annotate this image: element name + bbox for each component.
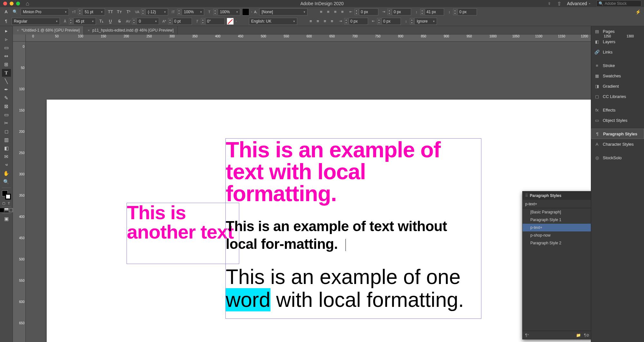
paragraph-style-item[interactable]: p-shop-now [523,231,591,239]
zoom-tool[interactable]: 🔍 [2,178,11,186]
subscript-icon[interactable]: T₁ [98,18,105,25]
kerning-stepper[interactable]: ▴▾ [141,9,145,15]
panel-header[interactable]: ⠿ Paragraph Styles » ≡ [523,191,591,200]
scissors-tool[interactable]: ✂ [2,119,11,127]
fill-stroke-chips[interactable] [2,191,11,200]
learn-icon[interactable]: ♀ [547,1,551,6]
dock-item-cc-libraries[interactable]: ▢CC Libraries [591,91,644,102]
dock-item-object-styles[interactable]: ▭Object Styles [591,115,644,125]
align-center-icon[interactable]: ≡ [325,8,331,15]
char-style-select[interactable]: [None]▾ [259,8,308,15]
direct-selection-tool[interactable]: ▹ [2,35,11,43]
dock-item-pages[interactable]: ▤Pages [591,26,644,36]
leading-input[interactable]: 45 pt▾ [73,18,96,25]
justify-center-icon[interactable]: ≡ [315,18,321,25]
composer-select[interactable]: Ignore▾ [414,18,437,25]
ruler-origin[interactable] [13,34,26,42]
indent-last-stepper[interactable]: ▴▾ [377,18,381,24]
font-size-stepper[interactable]: ▴▾ [78,9,82,15]
indent-right-input[interactable]: 0 px [349,18,368,25]
page-tool[interactable]: ▭ [2,44,11,52]
apply-none-icon[interactable] [9,208,13,212]
skew-stepper[interactable]: ▴▾ [201,18,205,24]
clear-override-icon[interactable]: ¶⊘ [584,333,589,337]
tab-hpslots[interactable]: ×p11_hpslots-edited.indd @ 46% [GPU Prev… [84,26,178,34]
dock-item-character-styles[interactable]: ACharacter Styles [591,139,644,149]
dock-item-layers[interactable]: ◧Layers [591,36,644,47]
paragraph-formatting-icon[interactable]: ¶ [3,18,10,25]
tab-untitled[interactable]: ×*Untitled-1 @ 68% [GPU Preview] [13,26,84,34]
leading-stepper[interactable]: ▴▾ [69,18,73,24]
text-frame-another[interactable]: This is another text [127,203,239,264]
pen-tool[interactable]: ✒ [2,86,11,93]
paragraph-styles-panel[interactable]: ⠿ Paragraph Styles » ≡ p-text+ ⊕ ⚡ [Basi… [522,191,591,339]
eyedropper-tool[interactable]: ༄ [2,161,11,169]
minimize-window-button[interactable] [10,2,14,5]
font-weight-select[interactable]: Regular▾ [12,18,60,25]
line-tool[interactable]: ╲ [2,77,11,85]
chevron-right-icon[interactable]: › [236,20,237,23]
space-after-input[interactable]: 0 px [458,8,477,15]
indent-first-stepper[interactable]: ▴▾ [387,9,391,15]
style-group-icon[interactable]: 📁 [576,333,581,337]
view-mode-icon[interactable]: ▣ [2,215,11,223]
baseline-stepper[interactable]: ▴▾ [168,18,172,24]
stroke-swatch-none[interactable] [227,18,234,25]
skew-input[interactable]: 0° [205,18,225,25]
pencil-tool[interactable]: ✎ [2,94,11,102]
style-override-icon[interactable]: ¶⁺ [525,333,529,337]
hand-tool[interactable]: ✋ [2,170,11,177]
dock-item-stroke[interactable]: ≡Stroke [591,60,644,71]
workspace-switcher[interactable]: Advanced ▾ [567,1,591,6]
superscript-icon[interactable]: T¹ [125,8,132,15]
formatting-container-icon[interactable]: ▢ [2,201,6,205]
paragraph-style-item[interactable]: Paragraph Style 2 [523,239,591,247]
auto-leading-stepper[interactable]: ▴▾ [410,18,414,24]
indent-right-stepper[interactable]: ▴▾ [344,18,348,24]
adobe-stock-search[interactable]: 🔍 Adobe Stock [596,0,641,7]
gradient-swatch-tool[interactable]: ▥ [2,136,11,144]
free-transform-tool[interactable]: ◻ [2,128,11,135]
chevron-right-icon[interactable]: › [251,10,252,14]
text-frame-main[interactable]: This is an example of text with local fo… [225,138,481,319]
space-before-stepper[interactable]: ▴▾ [420,9,424,15]
tracking-stepper[interactable]: ▴▾ [132,18,136,24]
all-caps-icon[interactable]: TT [107,8,114,15]
align-right-icon[interactable]: ≡ [332,8,338,15]
space-after-stepper[interactable]: ▴▾ [453,9,457,15]
gap-tool[interactable]: ⇔ [2,52,11,60]
selection-tool[interactable]: ▸ [2,27,11,35]
home-icon[interactable]: ⌂ [26,0,29,7]
kerning-input[interactable]: (-12)▾ [146,8,168,15]
hscale-stepper[interactable]: ▴▾ [177,9,181,15]
indent-first-input[interactable]: 0 px [392,8,411,15]
dock-item-gradient[interactable]: ◨Gradient [591,81,644,91]
canvas[interactable]: This is another text This is an example … [26,42,591,342]
quick-apply-icon[interactable]: ⚡ [635,9,641,15]
dock-item-effects[interactable]: fxEffects [591,105,644,115]
language-select[interactable]: English: UK▾ [249,18,297,25]
paragraph-style-item[interactable]: Paragraph Style 1 [523,216,591,224]
indent-last-input[interactable]: 0 px [382,18,401,25]
dock-item-paragraph-styles[interactable]: ¶Paragraph Styles [591,129,644,139]
font-family-select[interactable]: Minion Pro▾ [21,8,69,15]
indent-left-input[interactable]: 0 px [359,8,378,15]
dock-item-stocksolo[interactable]: ◎StockSolo [591,152,644,163]
apply-gradient-icon[interactable] [5,208,8,212]
content-collector-tool[interactable]: ⊞ [2,61,11,68]
font-size-input[interactable]: 51 pt▾ [82,8,105,15]
dock-item-swatches[interactable]: ▦Swatches [591,71,644,81]
strikethrough-icon[interactable]: S̶ [116,18,123,25]
horizontal-ruler[interactable]: 0501001502002503003504004505005506006507… [26,34,591,42]
rectangle-tool[interactable]: ▭ [2,111,11,119]
note-tool[interactable]: ✉ [2,153,11,161]
space-before-input[interactable]: 41 px [425,8,444,15]
align-left-icon[interactable]: ≡ [318,8,324,15]
character-formatting-icon[interactable]: A [3,8,10,15]
apply-color-icon[interactable] [0,208,4,212]
baseline-input[interactable]: 0 pt [173,18,192,25]
justify-right-icon[interactable]: ≡ [322,18,328,25]
small-caps-icon[interactable]: Tᴛ [116,8,123,15]
hscale-input[interactable]: 100%▾ [182,8,204,15]
justify-full-icon[interactable]: ≡ [329,18,335,25]
